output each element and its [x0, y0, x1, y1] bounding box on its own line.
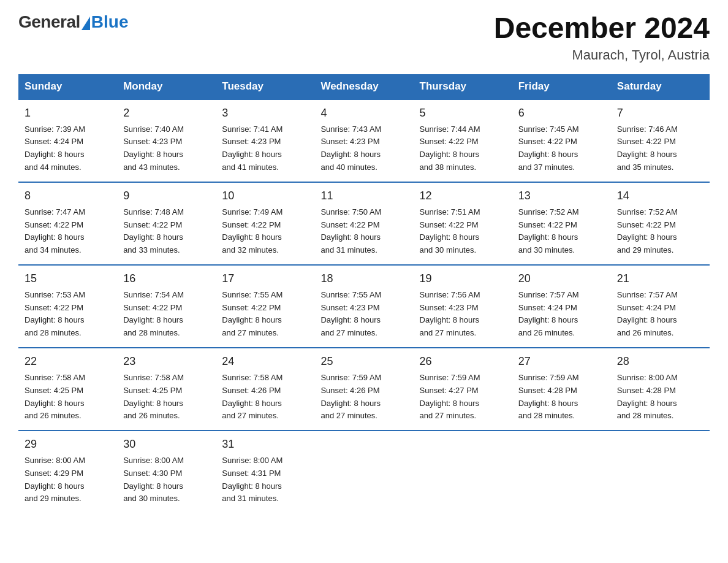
calendar-cell: [611, 431, 710, 513]
calendar-cell: 4 Sunrise: 7:43 AMSunset: 4:23 PMDayligh…: [314, 99, 413, 182]
weekday-header-tuesday: Tuesday: [216, 74, 314, 99]
day-number: 11: [320, 188, 407, 205]
day-info: Sunrise: 7:52 AMSunset: 4:22 PMDaylight:…: [617, 206, 703, 257]
calendar-cell: 16 Sunrise: 7:54 AMSunset: 4:22 PMDaylig…: [117, 265, 216, 348]
day-info: Sunrise: 7:48 AMSunset: 4:22 PMDaylight:…: [123, 206, 210, 257]
day-number: 16: [123, 270, 210, 288]
day-number: 27: [518, 353, 605, 370]
day-number: 21: [617, 270, 703, 288]
day-info: Sunrise: 7:41 AMSunset: 4:23 PMDaylight:…: [222, 123, 308, 174]
day-number: 10: [222, 188, 308, 205]
calendar-cell: 28 Sunrise: 8:00 AMSunset: 4:28 PMDaylig…: [611, 348, 710, 431]
day-number: 1: [25, 105, 111, 122]
day-info: Sunrise: 7:51 AMSunset: 4:22 PMDaylight:…: [420, 206, 506, 257]
calendar-cell: 1 Sunrise: 7:39 AMSunset: 4:24 PMDayligh…: [18, 99, 117, 182]
day-info: Sunrise: 7:53 AMSunset: 4:22 PMDaylight:…: [25, 289, 111, 340]
day-number: 20: [518, 270, 605, 288]
title-block: December 2024 Maurach, Tyrol, Austria: [494, 12, 710, 63]
day-info: Sunrise: 7:52 AMSunset: 4:22 PMDaylight:…: [518, 206, 605, 257]
calendar-header-row: SundayMondayTuesdayWednesdayThursdayFrid…: [18, 74, 710, 99]
weekday-header-friday: Friday: [512, 74, 611, 99]
day-number: 13: [518, 188, 605, 205]
day-number: 28: [617, 353, 703, 370]
day-info: Sunrise: 7:57 AMSunset: 4:24 PMDaylight:…: [617, 289, 703, 340]
day-number: 19: [420, 270, 506, 288]
day-number: 2: [123, 105, 210, 122]
calendar-week-row: 8 Sunrise: 7:47 AMSunset: 4:22 PMDayligh…: [18, 182, 710, 265]
logo-triangle-icon: [82, 17, 90, 30]
day-info: Sunrise: 7:59 AMSunset: 4:28 PMDaylight:…: [518, 372, 605, 423]
weekday-header-monday: Monday: [117, 74, 216, 99]
calendar-cell: 29 Sunrise: 8:00 AMSunset: 4:29 PMDaylig…: [18, 431, 117, 513]
day-number: 3: [222, 105, 308, 122]
day-info: Sunrise: 7:49 AMSunset: 4:22 PMDaylight:…: [222, 206, 308, 257]
weekday-header-saturday: Saturday: [611, 74, 710, 99]
calendar-week-row: 29 Sunrise: 8:00 AMSunset: 4:29 PMDaylig…: [18, 431, 710, 513]
day-number: 22: [25, 353, 111, 370]
day-number: 18: [320, 270, 407, 288]
calendar-cell: 31 Sunrise: 8:00 AMSunset: 4:31 PMDaylig…: [216, 431, 314, 513]
day-number: 7: [617, 105, 703, 122]
day-number: 23: [123, 353, 210, 370]
location-subtitle: Maurach, Tyrol, Austria: [494, 47, 710, 63]
day-number: 14: [617, 188, 703, 205]
day-info: Sunrise: 7:59 AMSunset: 4:26 PMDaylight:…: [320, 372, 407, 423]
day-info: Sunrise: 8:00 AMSunset: 4:29 PMDaylight:…: [25, 454, 111, 505]
day-info: Sunrise: 7:50 AMSunset: 4:22 PMDaylight:…: [320, 206, 407, 257]
day-number: 5: [420, 105, 506, 122]
day-info: Sunrise: 7:55 AMSunset: 4:23 PMDaylight:…: [320, 289, 407, 340]
calendar-cell: 18 Sunrise: 7:55 AMSunset: 4:23 PMDaylig…: [314, 265, 413, 348]
calendar-cell: 20 Sunrise: 7:57 AMSunset: 4:24 PMDaylig…: [512, 265, 611, 348]
day-number: 6: [518, 105, 605, 122]
calendar-cell: 3 Sunrise: 7:41 AMSunset: 4:23 PMDayligh…: [216, 99, 314, 182]
day-number: 24: [222, 353, 308, 370]
month-title: December 2024: [494, 12, 710, 45]
calendar-cell: 26 Sunrise: 7:59 AMSunset: 4:27 PMDaylig…: [414, 348, 512, 431]
day-info: Sunrise: 7:58 AMSunset: 4:26 PMDaylight:…: [222, 372, 308, 423]
logo-blue-text: Blue: [91, 12, 129, 32]
day-info: Sunrise: 8:00 AMSunset: 4:28 PMDaylight:…: [617, 372, 703, 423]
calendar-cell: [414, 431, 512, 513]
calendar-cell: 21 Sunrise: 7:57 AMSunset: 4:24 PMDaylig…: [611, 265, 710, 348]
day-number: 26: [420, 353, 506, 370]
day-info: Sunrise: 7:56 AMSunset: 4:23 PMDaylight:…: [420, 289, 506, 340]
day-number: 8: [25, 188, 111, 205]
weekday-header-thursday: Thursday: [414, 74, 512, 99]
calendar-cell: 15 Sunrise: 7:53 AMSunset: 4:22 PMDaylig…: [18, 265, 117, 348]
calendar-cell: 24 Sunrise: 7:58 AMSunset: 4:26 PMDaylig…: [216, 348, 314, 431]
day-info: Sunrise: 7:45 AMSunset: 4:22 PMDaylight:…: [518, 123, 605, 174]
calendar-cell: 23 Sunrise: 7:58 AMSunset: 4:25 PMDaylig…: [117, 348, 216, 431]
calendar-cell: 9 Sunrise: 7:48 AMSunset: 4:22 PMDayligh…: [117, 182, 216, 265]
day-info: Sunrise: 8:00 AMSunset: 4:30 PMDaylight:…: [123, 454, 210, 505]
calendar-cell: 25 Sunrise: 7:59 AMSunset: 4:26 PMDaylig…: [314, 348, 413, 431]
calendar-cell: 17 Sunrise: 7:55 AMSunset: 4:22 PMDaylig…: [216, 265, 314, 348]
day-info: Sunrise: 8:00 AMSunset: 4:31 PMDaylight:…: [222, 454, 308, 505]
calendar-cell: 8 Sunrise: 7:47 AMSunset: 4:22 PMDayligh…: [18, 182, 117, 265]
day-number: 9: [123, 188, 210, 205]
calendar-cell: 22 Sunrise: 7:58 AMSunset: 4:25 PMDaylig…: [18, 348, 117, 431]
day-info: Sunrise: 7:58 AMSunset: 4:25 PMDaylight:…: [25, 372, 111, 423]
calendar-cell: 11 Sunrise: 7:50 AMSunset: 4:22 PMDaylig…: [314, 182, 413, 265]
day-info: Sunrise: 7:54 AMSunset: 4:22 PMDaylight:…: [123, 289, 210, 340]
day-number: 12: [420, 188, 506, 205]
calendar-week-row: 15 Sunrise: 7:53 AMSunset: 4:22 PMDaylig…: [18, 265, 710, 348]
calendar-cell: [314, 431, 413, 513]
day-number: 15: [25, 270, 111, 288]
day-info: Sunrise: 7:43 AMSunset: 4:23 PMDaylight:…: [320, 123, 407, 174]
logo: General Blue: [18, 12, 128, 32]
calendar-cell: 5 Sunrise: 7:44 AMSunset: 4:22 PMDayligh…: [414, 99, 512, 182]
calendar-cell: 2 Sunrise: 7:40 AMSunset: 4:23 PMDayligh…: [117, 99, 216, 182]
calendar-cell: 12 Sunrise: 7:51 AMSunset: 4:22 PMDaylig…: [414, 182, 512, 265]
day-number: 30: [123, 436, 210, 453]
day-info: Sunrise: 7:46 AMSunset: 4:22 PMDaylight:…: [617, 123, 703, 174]
calendar-cell: 6 Sunrise: 7:45 AMSunset: 4:22 PMDayligh…: [512, 99, 611, 182]
day-number: 25: [320, 353, 407, 370]
calendar-cell: 30 Sunrise: 8:00 AMSunset: 4:30 PMDaylig…: [117, 431, 216, 513]
calendar-week-row: 1 Sunrise: 7:39 AMSunset: 4:24 PMDayligh…: [18, 99, 710, 182]
day-info: Sunrise: 7:40 AMSunset: 4:23 PMDaylight:…: [123, 123, 210, 174]
calendar-table: SundayMondayTuesdayWednesdayThursdayFrid…: [18, 74, 710, 513]
calendar-cell: 13 Sunrise: 7:52 AMSunset: 4:22 PMDaylig…: [512, 182, 611, 265]
calendar-week-row: 22 Sunrise: 7:58 AMSunset: 4:25 PMDaylig…: [18, 348, 710, 431]
calendar-cell: 14 Sunrise: 7:52 AMSunset: 4:22 PMDaylig…: [611, 182, 710, 265]
page-header: General Blue December 2024 Maurach, Tyro…: [18, 12, 710, 63]
